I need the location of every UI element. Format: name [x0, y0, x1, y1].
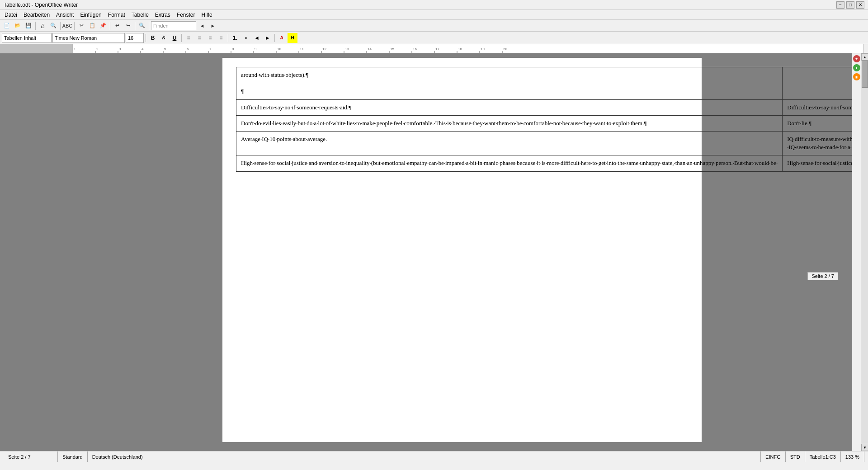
sidebar-icon-2[interactable]: ♦: [853, 64, 860, 71]
svg-text:20: 20: [503, 47, 507, 51]
ruler: 1 2 3 4 5 6 7 8 9 10 11 12 13 1: [0, 44, 868, 53]
align-center-button[interactable]: ≡: [194, 33, 204, 43]
sidebar-icon-1[interactable]: ★: [853, 55, 860, 62]
sidebar-icon-3[interactable]: ◉: [853, 73, 860, 80]
underline-button[interactable]: U: [170, 33, 179, 43]
formatting-toolbar: B K U ≡ ≡ ≡ ≡ 1. • ◄ ► A H: [0, 32, 868, 44]
paste-button[interactable]: 📌: [98, 21, 108, 31]
cell-content: Don't·do·evil·lies·easily·but·do·a·lot·o…: [241, 119, 778, 127]
table-cell[interactable]: Difficulties·to·say·no·if·someone·reques…: [783, 99, 852, 115]
cut-button[interactable]: ✂: [76, 21, 86, 31]
list-unordered-button[interactable]: •: [241, 33, 251, 43]
indent-increase-button[interactable]: ►: [263, 33, 273, 43]
app-title: Tabelle.odt - OpenOffice Writer: [4, 2, 78, 8]
svg-text:3: 3: [119, 47, 121, 51]
font-selector[interactable]: [52, 33, 125, 43]
open-button[interactable]: 📂: [13, 21, 23, 31]
main-toolbar: 📄 📂 💾 🖨 🔍 ABC ✂ 📋 📌 ↩ ↪ 🔍 ◄ ►: [0, 20, 868, 32]
separator-fmt-2: [181, 34, 182, 42]
page-count: Seite 2 / 7: [8, 454, 31, 460]
separator-2: [60, 22, 61, 30]
svg-text:19: 19: [481, 47, 485, 51]
menu-bearbeiten[interactable]: Bearbeiten: [21, 11, 52, 19]
std-mode: STD: [790, 454, 800, 460]
cell-content: around·with·status·objects).¶¶: [241, 71, 778, 96]
svg-text:14: 14: [368, 47, 372, 51]
table-row: Difficulties·to·say·no·if·someone·reques…: [236, 99, 852, 115]
cell-content: High·sense·for·social·justice·and·aversi…: [787, 159, 852, 167]
copy-button[interactable]: 📋: [87, 21, 97, 31]
font-size-selector[interactable]: [126, 33, 144, 43]
scroll-track[interactable]: [861, 61, 868, 444]
svg-text:5: 5: [164, 47, 166, 51]
separator-fmt-3: [228, 34, 228, 42]
align-left-button[interactable]: ≡: [184, 33, 193, 43]
svg-text:10: 10: [277, 47, 281, 51]
align-justify-button[interactable]: ≡: [216, 33, 226, 43]
ruler-inner: 1 2 3 4 5 6 7 8 9 10 11 12 13 1: [72, 44, 863, 53]
print-preview-button[interactable]: 🔍: [48, 21, 58, 31]
table-cell[interactable]: IQ·difficult·to·measure·with·standard·te…: [783, 131, 852, 155]
redo-button[interactable]: ↪: [123, 21, 133, 31]
scroll-thumb[interactable]: [862, 61, 868, 88]
new-button[interactable]: 📄: [2, 21, 12, 31]
language-section: Deutsch (Deutschland): [88, 451, 761, 462]
table-cell[interactable]: [783, 67, 852, 100]
indent-decrease-button[interactable]: ◄: [252, 33, 262, 43]
table-cell[interactable]: High·sense·for·social·justice·and·aversi…: [236, 155, 783, 171]
separator-fmt-4: [274, 34, 275, 42]
separator-1: [35, 22, 36, 30]
style-selector[interactable]: [2, 33, 52, 43]
menu-fenster[interactable]: Fenster: [174, 11, 198, 19]
table-cell[interactable]: around·with·status·objects).¶¶: [236, 67, 783, 100]
menu-datei[interactable]: Datei: [2, 11, 20, 19]
menu-format[interactable]: Format: [105, 11, 128, 19]
table-row: High·sense·for·social·justice·and·aversi…: [236, 155, 852, 171]
document-language: Deutsch (Deutschland): [92, 454, 143, 460]
zoom-level: 133 %: [845, 454, 859, 460]
title-bar: Tabelle.odt - OpenOffice Writer − □ ✕: [0, 0, 868, 10]
print-button[interactable]: 🖨: [38, 21, 47, 31]
svg-text:6: 6: [187, 47, 189, 51]
menu-tabelle[interactable]: Tabelle: [129, 11, 151, 19]
svg-text:7: 7: [209, 47, 212, 51]
scroll-up-button[interactable]: ▲: [861, 53, 868, 61]
table-row: Don't·do·evil·lies·easily·but·do·a·lot·o…: [236, 115, 852, 131]
save-button[interactable]: 💾: [24, 21, 33, 31]
bold-button[interactable]: B: [148, 33, 158, 43]
search-next-button[interactable]: ►: [208, 21, 218, 31]
svg-text:9: 9: [255, 47, 257, 51]
undo-button[interactable]: ↩: [112, 21, 122, 31]
separator-5: [135, 22, 135, 30]
table-cell[interactable]: Don't·do·evil·lies·easily·but·do·a·lot·o…: [236, 115, 783, 131]
insert-mode: EINFG: [765, 454, 781, 460]
menu-extras[interactable]: Extras: [152, 11, 173, 19]
document-area[interactable]: around·with·status·objects).¶¶ Difficult…: [72, 53, 852, 451]
list-ordered-button[interactable]: 1.: [230, 33, 240, 43]
italic-button[interactable]: K: [159, 33, 169, 43]
separator-fmt-1: [146, 34, 146, 42]
font-color-button[interactable]: A: [277, 33, 287, 43]
svg-text:11: 11: [300, 47, 304, 51]
find-button[interactable]: 🔍: [137, 21, 147, 31]
menu-hilfe[interactable]: Hilfe: [199, 11, 215, 19]
menu-ansicht[interactable]: Ansicht: [53, 11, 76, 19]
vertical-scrollbar[interactable]: ▲ ▼: [861, 53, 868, 451]
search-input[interactable]: [151, 21, 196, 30]
table-cell[interactable]: Don't·lie.¶: [783, 115, 852, 131]
scroll-down-button[interactable]: ▼: [861, 444, 868, 451]
cell-content: IQ·difficult·to·measure·with·standard·te…: [787, 135, 852, 151]
separator-6: [149, 22, 149, 30]
table-cell[interactable]: Difficulties·to·say·no·if·someone·reques…: [236, 99, 783, 115]
right-sidebar: ★ ♦ ◉: [852, 53, 861, 451]
table-cell[interactable]: Average·IQ·10·points·about·average.: [236, 131, 783, 155]
spell-check-button[interactable]: ABC: [62, 21, 72, 31]
highlight-button[interactable]: H: [288, 33, 297, 43]
align-right-button[interactable]: ≡: [205, 33, 215, 43]
minimize-button[interactable]: −: [836, 1, 844, 9]
menu-einfuegen[interactable]: Einfügen: [77, 11, 104, 19]
close-button[interactable]: ✕: [856, 1, 864, 9]
table-cell[interactable]: High·sense·for·social·justice·and·aversi…: [783, 155, 852, 171]
maximize-button[interactable]: □: [846, 1, 854, 9]
search-prev-button[interactable]: ◄: [197, 21, 207, 31]
